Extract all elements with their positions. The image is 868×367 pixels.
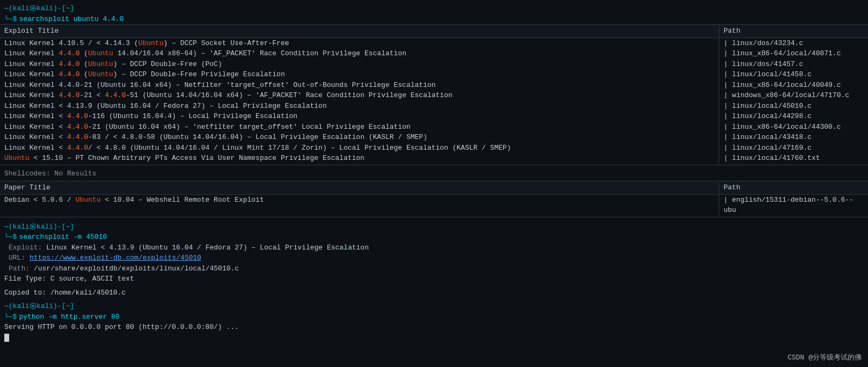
prompt-host: kali <box>37 3 53 14</box>
cmd-searchsploit-1: searchsploit ubuntu 4.4.0 <box>19 14 123 25</box>
exploit-path-2: | linux_x86-64/local/40871.c <box>719 48 864 59</box>
table-row: Debian < 5.0.6 / Ubuntu < 10.04 – Webshe… <box>0 195 868 216</box>
exploit-title-header: Exploit Title <box>4 26 719 36</box>
cmd-python: python -m http.server 80 <box>19 312 119 322</box>
exploit-path-6: | windows_x86-64/local/47170.c <box>719 90 864 101</box>
terminal-cursor <box>4 334 9 342</box>
table-row: Linux Kernel 4.4.0 (Ubuntu) – DCCP Doubl… <box>0 59 868 70</box>
watermark: CSDN @分等级考试的佛 <box>787 353 862 363</box>
exploit-path-7: | linux/local/45010.c <box>719 101 864 112</box>
prompt-3-cmd: └─$ python -m http.server 80 <box>0 312 868 322</box>
shellcodes-divider <box>0 165 868 165</box>
file-type: File Type: C source, ASCII text <box>0 274 868 284</box>
exploit-title-5: Linux Kernel 4.4.0-21 (Ubuntu 16.04 x64)… <box>4 80 719 91</box>
exploits-table-header: Exploit Title Path <box>0 24 868 38</box>
exploit-title-10: Linux Kernel < 4.4.0-83 / < 4.8.0-58 (Ub… <box>4 132 719 143</box>
table-row: Linux Kernel < 4.4.0/ < 4.8.0 (Ubuntu 14… <box>0 143 868 153</box>
exploit-path-12: | linux/local/41760.txt <box>719 153 864 164</box>
exploit-title-11: Linux Kernel < 4.4.0/ < 4.8.0 (Ubuntu 14… <box>4 143 719 153</box>
exploit-path-11: | linux/local/47169.c <box>719 143 864 153</box>
exploit-info: Exploit: Linux Kernel < 4.13.9 (Ubuntu 1… <box>0 243 868 253</box>
exploit-path-9: | linux_x86-64/local/44300.c <box>719 122 864 133</box>
exploit-path: Path: /usr/share/exploitdb/exploits/linu… <box>0 263 868 274</box>
paper-title-header: Paper Title <box>4 182 719 193</box>
exploit-path-3: | linux/dos/41457.c <box>719 59 864 70</box>
table-row: Linux Kernel 4.4.0-21 (Ubuntu 16.04 x64)… <box>0 80 868 91</box>
cursor-line <box>0 333 868 343</box>
prompt-at: ㉿ <box>30 3 37 14</box>
papers-divider <box>0 217 868 217</box>
exploit-title-6: Linux Kernel 4.4.0-21 < 4.4.0-51 (Ubuntu… <box>4 90 719 101</box>
exploit-title-12: Ubuntu < 15.10 – PT Chown Arbitrary PTs … <box>4 153 719 164</box>
paper-title-1: Debian < 5.0.6 / Ubuntu < 10.04 – Webshe… <box>4 195 719 216</box>
table-row: Linux Kernel < 4.4.0-83 / < 4.8.0-58 (Ub… <box>0 132 868 143</box>
prompt-bracket: ─( <box>4 3 13 14</box>
table-row: Linux Kernel < 4.4.0-21 (Ubuntu 16.04 x6… <box>0 122 868 133</box>
exploit-title-1: Linux Kernel 4.10.5 / < 4.14.3 (Ubuntu) … <box>4 38 719 49</box>
table-row: Linux Kernel 4.4.0 (Ubuntu) – DCCP Doubl… <box>0 69 868 80</box>
shellcodes-no-results: Shellcodes: No Results <box>0 166 868 181</box>
prompt-1: ─(kali㉿kali)-[~] <box>0 3 868 14</box>
exploit-path-10: | linux/local/43418.c <box>719 132 864 143</box>
prompt-2-cmd: └─$ searchsploit -m 45010 <box>0 232 868 243</box>
exploit-title-7: Linux Kernel < 4.13.9 (Ubuntu 16.04 / Fe… <box>4 101 719 112</box>
copied-line: Copied to: /home/kali/45010.c <box>0 288 868 298</box>
table-row: Ubuntu < 15.10 – PT Chown Arbitrary PTs … <box>0 153 868 164</box>
exploit-path-8: | linux/local/44298.c <box>719 111 864 122</box>
exploit-title-4: Linux Kernel 4.4.0 (Ubuntu) – DCCP Doubl… <box>4 69 719 80</box>
paper-path-header: Path <box>719 182 864 193</box>
terminal-window: ─(kali㉿kali)-[~] └─$ searchsploit ubuntu… <box>0 0 868 367</box>
table-row: Linux Kernel < 4.4.0-116 (Ubuntu 16.04.4… <box>0 111 868 122</box>
exploit-path-header: Path <box>719 26 864 36</box>
paper-path-1: | english/15311-debian--5.0.6--ubu <box>719 195 864 216</box>
papers-table-header: Paper Title Path <box>0 181 868 195</box>
exploit-title-2: Linux Kernel 4.4.0 (Ubuntu 14.04/16.04 x… <box>4 48 719 59</box>
exploit-title-8: Linux Kernel < 4.4.0-116 (Ubuntu 16.04.4… <box>4 111 719 122</box>
prompt-user: kali <box>13 3 30 14</box>
exploit-path-5: | linux_x86-64/local/40049.c <box>719 80 864 91</box>
prompt-close-bracket: )-[~] <box>53 3 74 14</box>
exploit-title-3: Linux Kernel 4.4.0 (Ubuntu) – DCCP Doubl… <box>4 59 719 70</box>
prompt-arrow: └─$ <box>4 14 17 25</box>
exploit-path-1: | linux/dos/43234.c <box>719 38 864 49</box>
exploit-title-9: Linux Kernel < 4.4.0-21 (Ubuntu 16.04 x6… <box>4 122 719 133</box>
serving-line: Serving HTTP on 0.0.0.0 port 80 (http://… <box>0 322 868 333</box>
table-row: Linux Kernel 4.4.0 (Ubuntu 14.04/16.04 x… <box>0 48 868 59</box>
prompt-3: ─(kali㉿kali)-[~] <box>0 301 868 312</box>
table-row: Linux Kernel < 4.13.9 (Ubuntu 16.04 / Fe… <box>0 101 868 112</box>
exploit-path-4: | linux/local/41458.c <box>719 69 864 80</box>
prompt-2: ─(kali㉿kali)-[~] <box>0 222 868 232</box>
cmd-searchsploit-2: searchsploit -m 45010 <box>19 232 107 243</box>
exploit-url: URL: https://www.exploit-db.com/exploits… <box>0 253 868 263</box>
prompt-1-cmd: └─$ searchsploit ubuntu 4.4.0 <box>0 14 868 25</box>
table-row: Linux Kernel 4.10.5 / < 4.14.3 (Ubuntu) … <box>0 38 868 49</box>
table-row: Linux Kernel 4.4.0-21 < 4.4.0-51 (Ubuntu… <box>0 90 868 101</box>
